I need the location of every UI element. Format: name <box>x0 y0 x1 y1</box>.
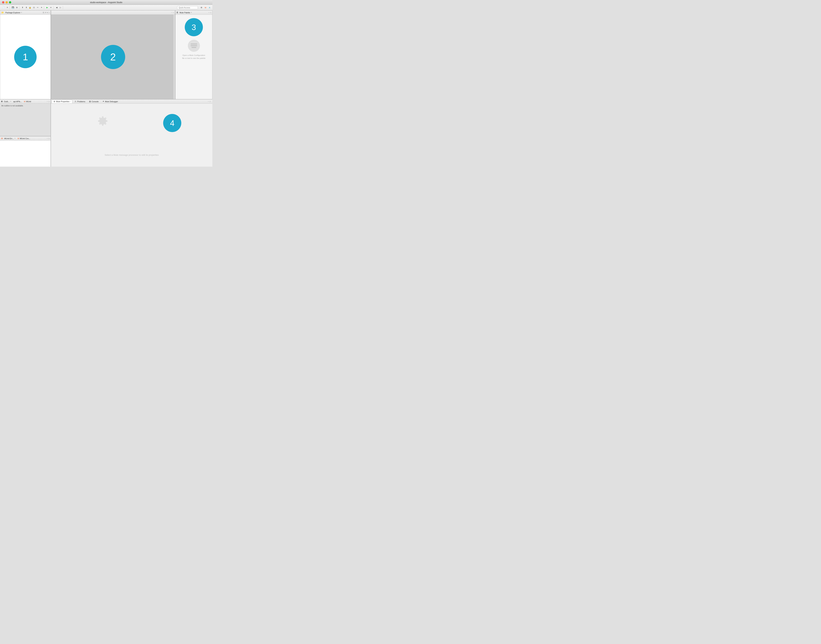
palette-lines-icon <box>188 40 200 52</box>
mule-palette-content: 3 Open a Mule Configuration file or test… <box>175 15 212 99</box>
outline-tab[interactable]: Outli... × <box>3 101 12 103</box>
back-icon[interactable]: ◀ <box>55 6 58 9</box>
munit-minimize-icon[interactable]: − <box>47 137 48 140</box>
outline-close[interactable]: × <box>10 101 11 103</box>
package-explorer-panel: 📁 Package Explorer × ☰ ⟳ ▾ □ 1 <box>0 10 51 99</box>
forward-icon[interactable]: ▷ <box>59 6 62 9</box>
mule-properties-close[interactable]: × <box>70 101 71 103</box>
package-explorer-header: 📁 Package Explorer × ☰ ⟳ ▾ □ <box>0 11 51 15</box>
mule-properties-label: Mule Properties <box>56 101 69 103</box>
mule-logo-icon[interactable]: M <box>204 6 207 9</box>
circle-1: 1 <box>14 46 37 68</box>
mule-properties-placeholder-text: Select a Mule message processor to edit … <box>51 154 212 156</box>
munit-err-close[interactable]: × <box>14 137 15 140</box>
editor-panel: − □ 2 <box>51 10 175 99</box>
editor-minimize-icon[interactable]: − <box>171 12 172 14</box>
package-explorer-tab[interactable]: Package Explorer × <box>5 12 23 14</box>
palette-line-3 <box>192 47 196 48</box>
munit-tab-label: MUnit <box>26 101 31 103</box>
lock-icon[interactable]: 🔒 <box>28 6 32 9</box>
chevron-down-icon[interactable]: ▾ <box>47 12 48 14</box>
anypoint-icon[interactable]: A <box>208 6 211 9</box>
console-tab[interactable]: ▤ Console <box>87 100 100 103</box>
outline-text: An outline is not available. <box>0 104 25 108</box>
maximize-panel-icon[interactable]: □ <box>49 12 49 14</box>
munit-err-tab[interactable]: MUnit Err... × <box>4 137 16 140</box>
up-icon[interactable]: ⬆ <box>21 6 24 9</box>
close-button[interactable] <box>2 1 4 3</box>
minimize-button[interactable] <box>6 1 8 3</box>
outline-maximize-icon[interactable]: □ <box>49 101 49 103</box>
mule-palette-tab[interactable]: Mule Palette × <box>179 12 192 14</box>
main-toolbar: 📄 ✕ 💾 ⊞ ⬆ ⬇ 🔒 ⊡ ✂ ✦ ▶ ▾ ◀ ▷ ⊞ M A <box>0 5 212 10</box>
debugger-icon: ✦ <box>102 100 104 103</box>
mule-properties-tab[interactable]: ⚙ Mule Properties × <box>52 100 72 103</box>
palette-maximize-icon[interactable]: □ <box>210 12 211 14</box>
package-explorer-close[interactable]: × <box>21 12 22 14</box>
munit-maximize-icon[interactable]: □ <box>49 137 49 140</box>
run-dropdown-icon[interactable]: ▾ <box>49 6 53 9</box>
outline-panel: ⊞ Outli... × api APIk... M MUnit − □ <box>0 100 51 136</box>
pencil-icon[interactable]: ✂ <box>36 6 39 9</box>
toolbar-group-4: ▶ ▾ <box>45 6 54 9</box>
gear-placeholder-icon <box>96 116 110 129</box>
munit-tab-header: M MUnit Err... × M MUnit Cov... − □ <box>0 136 51 141</box>
collapse-icon[interactable]: ☰ <box>43 12 44 14</box>
palette-line-1 <box>190 44 197 44</box>
bottom-right-actions: − □ <box>208 101 212 103</box>
problems-tab[interactable]: ⚠ Problems <box>73 100 87 103</box>
br-maximize-icon[interactable]: □ <box>210 101 211 103</box>
circle-2: 2 <box>101 45 125 69</box>
mule-debugger-tab[interactable]: ✦ Mule Debugger <box>100 100 120 103</box>
mule-palette-tab-label: Mule Palette <box>180 12 190 14</box>
editor-actions: − □ <box>171 12 174 14</box>
outline-minimize-icon[interactable]: − <box>47 101 48 103</box>
save-all-icon[interactable]: ⊞ <box>15 6 18 9</box>
mule-palette-actions: − □ <box>209 12 211 14</box>
palette-placeholder: Open a Mule Configuration file or test t… <box>182 40 206 60</box>
console-icon: ▤ <box>89 100 91 103</box>
munit-actions: − □ <box>47 137 49 140</box>
down-icon[interactable]: ⬇ <box>25 6 28 9</box>
bottom-left-panels: ⊞ Outli... × api APIk... M MUnit − □ <box>0 100 51 167</box>
bottom-tab-strip: ⚙ Mule Properties × ⚠ Problems ▤ Console… <box>51 100 212 104</box>
capture-icon[interactable]: ⊡ <box>32 6 35 9</box>
quick-access-input[interactable] <box>177 6 198 9</box>
perspective-icon[interactable]: ⊞ <box>199 6 203 9</box>
star-icon[interactable]: ✦ <box>40 6 43 9</box>
console-label: Console <box>92 101 98 103</box>
editor-maximize-icon[interactable]: □ <box>173 12 174 14</box>
toolbar-group-5: ◀ ▷ <box>54 6 63 9</box>
toolbar-group-2: 💾 ⊞ <box>11 6 19 9</box>
problems-label: Problems <box>77 101 85 103</box>
window-title: studio-workspace - Anypoint Studio <box>90 1 122 4</box>
bottom-section: ⊞ Outli... × api APIk... M MUnit − □ <box>0 99 212 167</box>
outline-tab-label: Outli... <box>4 101 9 103</box>
save-icon[interactable]: 💾 <box>11 6 15 9</box>
apik-tab-label: api APIk... <box>13 101 22 103</box>
apik-tab[interactable]: api APIk... <box>12 101 23 103</box>
new-file-icon[interactable]: 📄 <box>2 6 5 9</box>
toolbar-right-icons: ⊞ M A <box>199 6 211 9</box>
bottom-right-panel: ⚙ Mule Properties × ⚠ Problems ▤ Console… <box>51 100 212 167</box>
package-explorer-actions: ☰ ⟳ ▾ □ <box>43 12 49 14</box>
mule-properties-icon: ⚙ <box>53 100 55 103</box>
window-controls[interactable] <box>2 1 11 3</box>
editor-scrollbar[interactable] <box>173 15 175 99</box>
editor-content[interactable]: 2 <box>51 15 175 99</box>
maximize-button[interactable] <box>9 1 11 3</box>
sync-icon[interactable]: ⟳ <box>45 12 46 14</box>
run-icon[interactable]: ▶ <box>45 6 49 9</box>
package-explorer-content: 1 <box>0 15 51 99</box>
munit-tab[interactable]: M MUnit <box>23 101 32 103</box>
mule-palette-close[interactable]: × <box>191 12 192 14</box>
mule-icon[interactable]: ✕ <box>6 6 9 9</box>
mule-debugger-label: Mule Debugger <box>105 101 118 103</box>
munit-cov-tab[interactable]: M MUnit Cov... <box>17 137 31 140</box>
outline-tab-header: ⊞ Outli... × api APIk... M MUnit − □ <box>0 100 51 104</box>
mule-palette-panel: ☰ Mule Palette × − □ 3 <box>175 10 212 99</box>
palette-line-2 <box>190 45 197 46</box>
palette-minimize-icon[interactable]: − <box>209 12 209 14</box>
mule-palette-header: ☰ Mule Palette × − □ <box>175 11 212 15</box>
br-minimize-icon[interactable]: − <box>208 101 209 103</box>
